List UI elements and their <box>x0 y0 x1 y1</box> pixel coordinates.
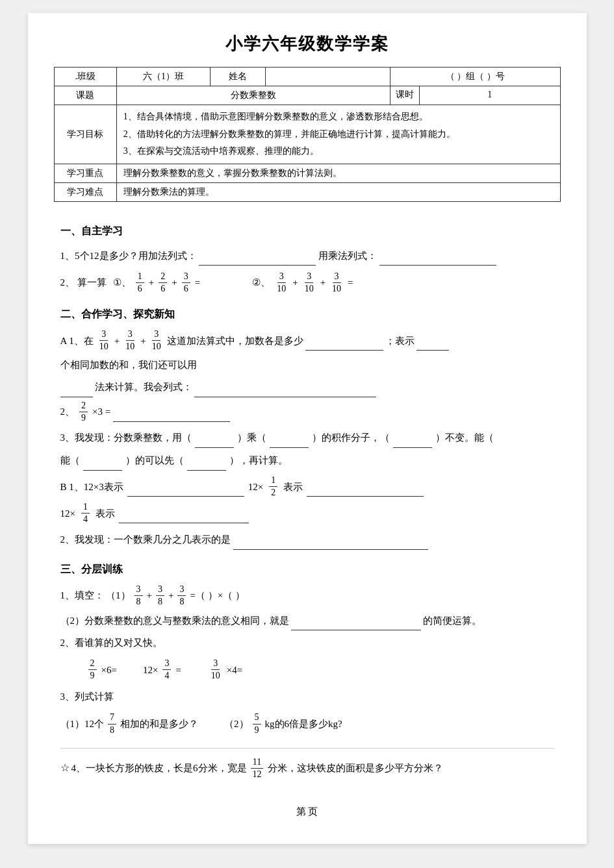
page-footer: 第 页 <box>54 806 561 818</box>
b1-blank1 <box>127 477 244 497</box>
key-point-label: 学习重点 <box>54 164 116 182</box>
footer-text: 第 页 <box>296 806 318 817</box>
fill2-prefix: （2）分数乘整数的意义与整数乘法的意义相同，就是 <box>60 611 290 630</box>
subject-label: 课题 <box>54 86 116 105</box>
content-area: 一、自主学习 1、5个12是多少？用加法列式： 用乘法列式： 2、 算一算 ①、… <box>54 202 561 786</box>
b1-blank3 <box>119 503 249 523</box>
a1-mid: 这道加法算式中，加数各是多少 <box>167 331 303 351</box>
fill2-row: （2）分数乘整数的意义与整数乘法的意义相同，就是 的简便运算。 <box>60 610 554 630</box>
header-table: .班级 六（1）班 姓名 （ ）组（ ）号 课题 分数乘整数 课时 1 学习目标… <box>54 67 561 202</box>
a1-blank3 <box>60 377 93 397</box>
frac-3-10-calc: 310 <box>209 658 222 682</box>
q4-star-text: 4、一块长方形的铁皮，长是6分米，宽是 <box>71 758 247 778</box>
frac-3-4-calc: 34 <box>162 658 171 682</box>
a1-blank4 <box>194 377 376 397</box>
q3-prefix: 3、我发现：分数乘整数，用（ <box>60 428 192 447</box>
q3-2: （2） 59 kg的6倍是多少kg? <box>224 712 342 736</box>
q3-blank2 <box>270 428 309 448</box>
calc-row: 29 ×6= 12× 34 = 310 ×4= <box>86 658 554 682</box>
b1-blank2 <box>307 477 424 497</box>
calc3-suffix: ×4= <box>227 660 242 680</box>
a1-mid2: ；表示 <box>385 331 415 351</box>
star-icon: ☆ <box>60 758 70 778</box>
q3-1-prefix: （1）12个 <box>60 714 105 734</box>
name-value <box>265 68 390 86</box>
section2-title: 二、合作学习、探究新知 <box>60 304 554 325</box>
frac-3-8-b: 38 <box>156 584 164 608</box>
difficulty-value: 理解分数乘法的算理。 <box>116 182 560 201</box>
class-value: 六（1）班 <box>116 68 210 86</box>
a1-blank1 <box>305 330 383 351</box>
time-value: 1 <box>419 86 560 105</box>
frac-1-6-a: 16 <box>136 271 144 295</box>
frac-3-10-e: 310 <box>123 329 136 353</box>
q3-blank5 <box>187 451 226 471</box>
frac-3-6-a: 36 <box>182 271 190 295</box>
q3-1: （1）12个 78 相加的和是多少？ <box>60 712 199 736</box>
q3-blank1 <box>195 428 234 448</box>
frac-11-12: 1112 <box>251 756 264 780</box>
q2-row: 2、 算一算 ①、 16 + 26 + 36 = ②、 310 + 310 + … <box>60 271 554 295</box>
q4-discover: 2、我发现：一个数乘几分之几表示的是 <box>60 530 554 550</box>
q3-blank4 <box>83 451 122 471</box>
section3-title: 三、分层训练 <box>60 559 554 580</box>
q29-label: 2、 <box>60 402 75 421</box>
page-title: 小学六年级数学学案 <box>54 32 561 55</box>
q4-star-suffix: 分米，这块铁皮的面积是多少平方分米？ <box>268 758 443 778</box>
frac-5-9: 59 <box>253 712 261 736</box>
q2-label: 2、 算一算 <box>60 273 107 292</box>
q3-blank3 <box>393 428 432 448</box>
calc1: 29 ×6= <box>86 658 117 682</box>
q2-sub1: ①、 16 + 26 + 36 = <box>113 271 200 295</box>
a1-row: A 1、在 310 + 310 + 310 这道加法算式中，加数各是多少 ；表示… <box>60 329 554 374</box>
q3-col-label: 3、列式计算 <box>60 687 554 706</box>
q3-mid3: ）不变。能（ <box>435 428 494 447</box>
frac-2-6-a: 26 <box>159 271 167 295</box>
section1-title: 一、自主学习 <box>60 221 554 242</box>
calc2-label: 12× <box>143 660 158 680</box>
frac-3-10-b: 310 <box>303 271 316 295</box>
q4-blank <box>233 530 428 550</box>
calc3: 310 ×4= <box>207 658 242 682</box>
frac-1-4: 14 <box>81 501 90 525</box>
frac-1-2: 12 <box>269 475 277 499</box>
calc1-label: ×6= <box>101 660 117 680</box>
b1-row: B 1、12×3表示 12× 12 表示 <box>60 475 554 499</box>
q3-mid2: ）的积作分子，（ <box>312 428 390 447</box>
fill1-row: 1、填空： （1） 38 + 38 + 38 =（ ）×（ ） <box>60 584 554 608</box>
q29-row: 2、 29 ×3 = <box>60 400 554 424</box>
b1-prefix: B 1、12×3表示 <box>60 477 123 497</box>
frac-7-8: 78 <box>108 712 116 736</box>
q3-2-prefix: （2） <box>224 714 249 734</box>
frac-3-8-a: 38 <box>134 584 143 608</box>
q1-row: 1、5个12是多少？用加法列式： 用乘法列式： <box>60 245 554 266</box>
b1-row2: 12× 14 表示 <box>60 501 554 525</box>
calc2: 12× 34 = <box>143 658 181 682</box>
fill2-blank <box>291 610 421 630</box>
q29-blank <box>113 402 230 422</box>
q1-mid: 用乘法列式： <box>318 251 377 261</box>
q2-fast-label: 2、看谁算的又对又快。 <box>60 633 554 652</box>
name-label: 姓名 <box>211 68 265 86</box>
subject-value: 分数乘整数 <box>116 86 390 105</box>
fill-label: 1、填空： <box>60 586 105 605</box>
a1-mid4: 法来计算。我会列式： <box>95 377 192 397</box>
a1-prefix: A 1、在 <box>60 331 94 351</box>
q1-blank1 <box>199 245 316 266</box>
frac-3-10-a: 310 <box>275 271 288 295</box>
q29-eq: ×3 = <box>92 402 110 421</box>
q3-row: 3、我发现：分数乘整数，用（ ）乘（ ）的积作分子，（ ）不变。能（ <box>60 428 554 448</box>
q3-mid4: ）的可以先（ <box>125 451 184 470</box>
frac-3-10-f: 310 <box>150 329 163 353</box>
a1-mid3: 个相同加数的和，我们还可以用 <box>60 355 197 375</box>
q3-mid1: ）乘（ <box>237 428 266 447</box>
a1-blank2 <box>416 330 449 351</box>
q1-text: 1、5个12是多少？用加法列式： <box>60 251 197 261</box>
s3-title-text: 三、分层训练 <box>60 564 123 575</box>
q3-items: （1）12个 78 相加的和是多少？ （2） 59 kg的6倍是多少kg? <box>60 712 554 736</box>
q3-row2: 能（ ）的可以先（ ），再计算。 <box>60 451 554 471</box>
page: 小学六年级数学学案 .班级 六（1）班 姓名 （ ）组（ ）号 课题 分数乘整数… <box>28 13 587 844</box>
time-label: 课时 <box>390 86 420 105</box>
class-label: .班级 <box>54 68 116 86</box>
q2-sub2: ②、 310 + 310 + 310 = <box>252 271 353 295</box>
